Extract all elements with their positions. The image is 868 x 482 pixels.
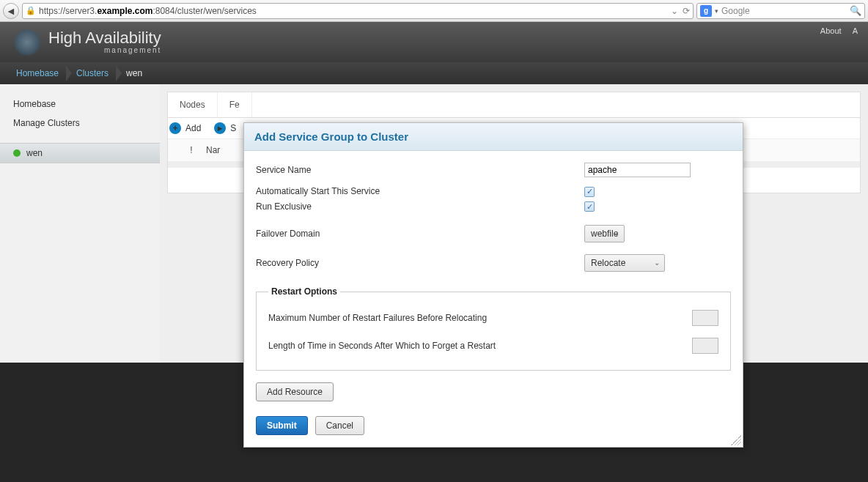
header-link-extra[interactable]: A: [853, 26, 858, 35]
app-subtitle: management: [104, 46, 161, 54]
arrow-left-icon: ◄: [6, 5, 16, 17]
col-name: Nar: [206, 145, 220, 155]
restart-options-legend: Restart Options: [268, 286, 340, 297]
tab-bar: Nodes Fe: [168, 92, 860, 118]
sidebar-item-homebase[interactable]: Homebase: [0, 94, 160, 114]
run-exclusive-label: Run Exclusive: [256, 201, 584, 212]
status-dot-icon: [13, 149, 21, 157]
back-button[interactable]: ◄: [3, 3, 19, 19]
resize-handle-icon[interactable]: [731, 435, 741, 445]
plus-icon[interactable]: +: [169, 122, 181, 134]
about-link[interactable]: About: [820, 26, 842, 35]
address-bar[interactable]: 🔒 https://server3.example.com:8084/clust…: [22, 3, 694, 19]
app-header: High Availability management About A: [0, 22, 868, 62]
crumb-homebase[interactable]: Homebase: [7, 62, 67, 84]
chevron-down-icon: ⌄: [654, 259, 660, 267]
header-links: About A: [812, 26, 858, 35]
start-button-label[interactable]: S: [230, 123, 236, 133]
service-name-label: Service Name: [256, 165, 584, 175]
play-icon[interactable]: ▸: [214, 122, 226, 134]
chevron-down-icon[interactable]: ▾: [715, 7, 718, 15]
search-placeholder: Google: [721, 6, 750, 16]
submit-button[interactable]: Submit: [256, 416, 308, 435]
sidebar-item-manage-clusters[interactable]: Manage Clusters: [0, 114, 160, 133]
app-title: High Availability: [48, 30, 161, 46]
forget-restart-input[interactable]: [692, 338, 718, 354]
google-icon: g: [700, 5, 712, 17]
lock-icon: 🔒: [26, 6, 36, 15]
cancel-button[interactable]: Cancel: [315, 416, 364, 435]
search-icon[interactable]: 🔍: [850, 5, 861, 16]
forget-restart-label: Length of Time in Seconds After Which to…: [268, 341, 692, 351]
sidebar-cluster-wen[interactable]: wen: [0, 143, 160, 163]
add-button-label[interactable]: Add: [185, 123, 201, 133]
max-restart-input[interactable]: [692, 310, 718, 326]
failover-domain-label: Failover Domain: [256, 229, 584, 239]
crumb-current: wen: [117, 62, 151, 84]
run-exclusive-checkbox[interactable]: ✓: [584, 201, 595, 212]
restart-options-group: Restart Options Maximum Number of Restar…: [256, 286, 731, 371]
tab-partial[interactable]: Fe: [218, 92, 252, 117]
breadcrumb: Homebase Clusters wen: [0, 62, 868, 84]
max-restart-label: Maximum Number of Restart Failures Befor…: [268, 313, 692, 323]
service-name-input[interactable]: [584, 163, 691, 177]
chevron-down-icon: ⌄: [614, 229, 619, 237]
recovery-policy-label: Recovery Policy: [256, 258, 584, 268]
reload-icon[interactable]: ⟳: [683, 6, 690, 16]
sidebar-cluster-label: wen: [26, 148, 43, 158]
url-text: https://server3.example.com:8084/cluster…: [39, 6, 257, 16]
auto-start-label: Automatically Start This Service: [256, 186, 584, 196]
col-status: !: [177, 145, 206, 155]
crumb-clusters[interactable]: Clusters: [67, 62, 117, 84]
add-resource-button[interactable]: Add Resource: [256, 382, 334, 401]
recovery-policy-select[interactable]: Relocate ⌄: [584, 254, 665, 272]
auto-start-checkbox[interactable]: ✓: [584, 187, 595, 197]
browser-toolbar: ◄ 🔒 https://server3.example.com:8084/clu…: [0, 0, 868, 22]
modal-title: Add Service Group to Cluster: [244, 123, 743, 151]
search-box[interactable]: g ▾ Google 🔍: [696, 3, 865, 19]
chevron-down-icon[interactable]: ⌄: [671, 6, 678, 16]
failover-domain-select[interactable]: webfile ⌄: [584, 225, 625, 242]
add-service-modal: Add Service Group to Cluster Service Nam…: [243, 122, 743, 448]
recovery-policy-value: Relocate: [591, 258, 625, 268]
sidebar: Homebase Manage Clusters wen: [0, 84, 160, 363]
tab-nodes[interactable]: Nodes: [168, 92, 218, 117]
app-logo: [13, 29, 41, 56]
